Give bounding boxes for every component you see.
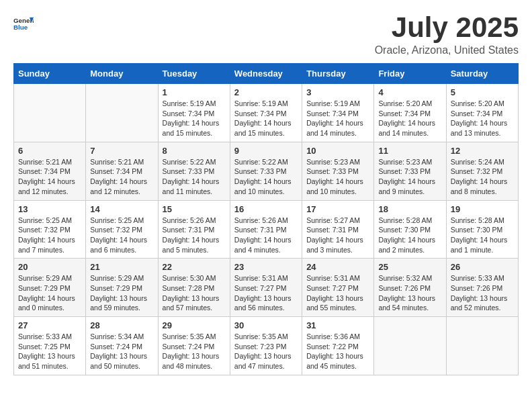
calendar-week-row: 20Sunrise: 5:29 AM Sunset: 7:29 PM Dayli… — [14, 259, 519, 317]
calendar-cell: 5Sunrise: 5:20 AM Sunset: 7:34 PM Daylig… — [446, 84, 518, 142]
day-info: Sunrise: 5:35 AM Sunset: 7:23 PM Dayligh… — [234, 332, 298, 371]
day-info: Sunrise: 5:20 AM Sunset: 7:34 PM Dayligh… — [378, 99, 441, 138]
calendar-cell — [86, 84, 158, 142]
day-info: Sunrise: 5:26 AM Sunset: 7:31 PM Dayligh… — [163, 216, 226, 255]
calendar-cell: 2Sunrise: 5:19 AM Sunset: 7:34 PM Daylig… — [230, 84, 302, 142]
day-info: Sunrise: 5:27 AM Sunset: 7:31 PM Dayligh… — [306, 216, 369, 255]
month-title: July 2025 — [375, 13, 519, 42]
calendar-cell: 12Sunrise: 5:24 AM Sunset: 7:32 PM Dayli… — [446, 142, 518, 200]
title-area: July 2025 Oracle, Arizona, United States — [375, 13, 519, 56]
calendar-cell: 30Sunrise: 5:35 AM Sunset: 7:23 PM Dayli… — [230, 317, 302, 375]
calendar-week-row: 6Sunrise: 5:21 AM Sunset: 7:34 PM Daylig… — [14, 142, 519, 200]
header: General Blue July 2025 Oracle, Arizona, … — [13, 13, 519, 56]
day-number: 19 — [451, 204, 514, 214]
day-number: 18 — [378, 204, 441, 214]
day-info: Sunrise: 5:28 AM Sunset: 7:30 PM Dayligh… — [451, 216, 514, 255]
day-number: 21 — [90, 262, 153, 272]
calendar-cell: 8Sunrise: 5:22 AM Sunset: 7:33 PM Daylig… — [158, 142, 230, 200]
calendar-header-thursday: Thursday — [302, 64, 374, 84]
day-info: Sunrise: 5:22 AM Sunset: 7:33 PM Dayligh… — [234, 157, 298, 197]
day-info: Sunrise: 5:33 AM Sunset: 7:26 PM Dayligh… — [451, 273, 514, 313]
day-number: 9 — [234, 146, 298, 156]
day-info: Sunrise: 5:20 AM Sunset: 7:34 PM Dayligh… — [451, 99, 514, 138]
calendar-header-saturday: Saturday — [446, 64, 518, 84]
day-number: 11 — [378, 146, 441, 156]
day-info: Sunrise: 5:22 AM Sunset: 7:33 PM Dayligh… — [163, 157, 226, 197]
day-number: 27 — [18, 320, 81, 330]
calendar-cell: 27Sunrise: 5:33 AM Sunset: 7:25 PM Dayli… — [14, 317, 86, 375]
day-number: 31 — [306, 320, 369, 330]
calendar-cell: 26Sunrise: 5:33 AM Sunset: 7:26 PM Dayli… — [446, 259, 518, 317]
calendar-week-row: 13Sunrise: 5:25 AM Sunset: 7:32 PM Dayli… — [14, 200, 519, 259]
calendar-cell: 25Sunrise: 5:32 AM Sunset: 7:26 PM Dayli… — [374, 259, 446, 317]
calendar-cell: 4Sunrise: 5:20 AM Sunset: 7:34 PM Daylig… — [374, 84, 446, 142]
day-info: Sunrise: 5:29 AM Sunset: 7:29 PM Dayligh… — [18, 273, 81, 313]
calendar-header-sunday: Sunday — [14, 64, 86, 84]
day-number: 29 — [163, 320, 226, 330]
day-number: 25 — [378, 262, 441, 272]
calendar-cell: 19Sunrise: 5:28 AM Sunset: 7:30 PM Dayli… — [446, 200, 518, 259]
calendar-cell: 31Sunrise: 5:36 AM Sunset: 7:22 PM Dayli… — [302, 317, 374, 375]
day-info: Sunrise: 5:21 AM Sunset: 7:34 PM Dayligh… — [90, 157, 153, 197]
day-info: Sunrise: 5:26 AM Sunset: 7:31 PM Dayligh… — [234, 216, 298, 255]
day-number: 23 — [234, 262, 298, 272]
day-number: 26 — [451, 262, 514, 272]
calendar-cell: 14Sunrise: 5:25 AM Sunset: 7:32 PM Dayli… — [86, 200, 158, 259]
calendar-cell: 29Sunrise: 5:35 AM Sunset: 7:24 PM Dayli… — [158, 317, 230, 375]
day-info: Sunrise: 5:25 AM Sunset: 7:32 PM Dayligh… — [18, 216, 81, 255]
day-number: 2 — [234, 87, 298, 97]
day-number: 3 — [306, 87, 369, 97]
calendar-header-tuesday: Tuesday — [158, 64, 230, 84]
day-info: Sunrise: 5:32 AM Sunset: 7:26 PM Dayligh… — [378, 273, 441, 313]
day-number: 8 — [163, 146, 226, 156]
day-info: Sunrise: 5:31 AM Sunset: 7:27 PM Dayligh… — [306, 273, 369, 313]
day-number: 6 — [18, 146, 81, 156]
day-number: 16 — [234, 204, 298, 214]
day-number: 12 — [451, 146, 514, 156]
day-number: 1 — [163, 87, 226, 97]
day-number: 24 — [306, 262, 369, 272]
day-number: 5 — [451, 87, 514, 97]
calendar-header-wednesday: Wednesday — [230, 64, 302, 84]
calendar-cell: 16Sunrise: 5:26 AM Sunset: 7:31 PM Dayli… — [230, 200, 302, 259]
calendar-cell: 17Sunrise: 5:27 AM Sunset: 7:31 PM Dayli… — [302, 200, 374, 259]
calendar-cell: 28Sunrise: 5:34 AM Sunset: 7:24 PM Dayli… — [86, 317, 158, 375]
calendar-cell: 1Sunrise: 5:19 AM Sunset: 7:34 PM Daylig… — [158, 84, 230, 142]
calendar-cell: 9Sunrise: 5:22 AM Sunset: 7:33 PM Daylig… — [230, 142, 302, 200]
calendar-week-row: 27Sunrise: 5:33 AM Sunset: 7:25 PM Dayli… — [14, 317, 519, 375]
calendar-cell — [374, 317, 446, 375]
location-title: Oracle, Arizona, United States — [375, 44, 519, 56]
logo-icon: General Blue — [13, 13, 34, 34]
day-info: Sunrise: 5:30 AM Sunset: 7:28 PM Dayligh… — [163, 273, 226, 313]
day-info: Sunrise: 5:31 AM Sunset: 7:27 PM Dayligh… — [234, 273, 298, 313]
day-number: 30 — [234, 320, 298, 330]
day-info: Sunrise: 5:29 AM Sunset: 7:29 PM Dayligh… — [90, 273, 153, 313]
calendar-cell — [14, 84, 86, 142]
day-number: 20 — [18, 262, 81, 272]
day-info: Sunrise: 5:21 AM Sunset: 7:34 PM Dayligh… — [18, 157, 81, 197]
day-info: Sunrise: 5:34 AM Sunset: 7:24 PM Dayligh… — [90, 332, 153, 371]
calendar-cell — [446, 317, 518, 375]
day-number: 17 — [306, 204, 369, 214]
calendar-cell: 21Sunrise: 5:29 AM Sunset: 7:29 PM Dayli… — [86, 259, 158, 317]
day-info: Sunrise: 5:23 AM Sunset: 7:33 PM Dayligh… — [378, 157, 441, 197]
day-number: 28 — [90, 320, 153, 330]
day-number: 4 — [378, 87, 441, 97]
calendar-cell: 7Sunrise: 5:21 AM Sunset: 7:34 PM Daylig… — [86, 142, 158, 200]
day-number: 14 — [90, 204, 153, 214]
calendar-week-row: 1Sunrise: 5:19 AM Sunset: 7:34 PM Daylig… — [14, 84, 519, 142]
calendar-header-friday: Friday — [374, 64, 446, 84]
day-info: Sunrise: 5:36 AM Sunset: 7:22 PM Dayligh… — [306, 332, 369, 371]
day-info: Sunrise: 5:24 AM Sunset: 7:32 PM Dayligh… — [451, 157, 514, 197]
svg-text:Blue: Blue — [13, 24, 28, 31]
day-info: Sunrise: 5:25 AM Sunset: 7:32 PM Dayligh… — [90, 216, 153, 255]
calendar-cell: 18Sunrise: 5:28 AM Sunset: 7:30 PM Dayli… — [374, 200, 446, 259]
day-number: 13 — [18, 204, 81, 214]
day-number: 10 — [306, 146, 369, 156]
calendar-cell: 15Sunrise: 5:26 AM Sunset: 7:31 PM Dayli… — [158, 200, 230, 259]
day-number: 22 — [163, 262, 226, 272]
day-info: Sunrise: 5:23 AM Sunset: 7:33 PM Dayligh… — [306, 157, 369, 197]
calendar-cell: 23Sunrise: 5:31 AM Sunset: 7:27 PM Dayli… — [230, 259, 302, 317]
calendar-cell: 11Sunrise: 5:23 AM Sunset: 7:33 PM Dayli… — [374, 142, 446, 200]
logo: General Blue — [13, 13, 34, 34]
